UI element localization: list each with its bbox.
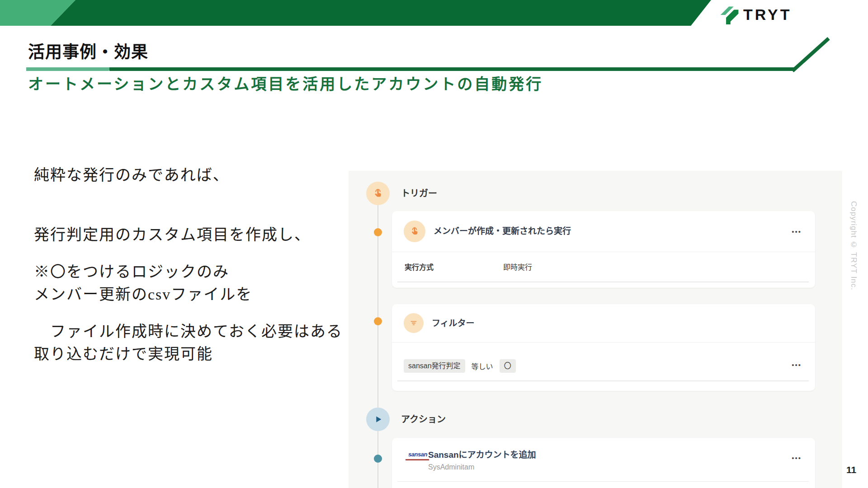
- automation-workflow-panel: トリガー メンバーが作成・更新されたら実行 ••• 実行方式 即時実行: [349, 171, 842, 488]
- card-inner-rule: [397, 282, 809, 282]
- tryt-logo-text: TRYT: [743, 7, 792, 22]
- note-line: ※〇をつけるロジックのみ: [34, 262, 343, 282]
- trigger-card-icon: [404, 221, 425, 242]
- page-number: 11: [846, 465, 856, 475]
- note-paragraph: ※〇をつけるロジックのみ ファイル作成時に決めておく必要はある: [34, 222, 343, 381]
- action-card-title: Sansanにアカウントを追加: [428, 450, 536, 460]
- timeline-dot-action: [374, 455, 382, 463]
- title-rule-dark: [109, 67, 795, 71]
- action-card: sansan Sansanにアカウントを追加 SysAdminitam •••: [392, 438, 815, 488]
- sansan-logo: sansan: [406, 451, 430, 460]
- sansan-logo-underline: [406, 459, 429, 460]
- trigger-node[interactable]: [366, 182, 390, 205]
- timeline-dot-trigger: [374, 228, 382, 236]
- filter-value-chip[interactable]: 〇: [500, 359, 516, 373]
- more-menu-icon[interactable]: •••: [792, 455, 802, 461]
- trigger-section-label: トリガー: [401, 187, 437, 200]
- body-line: 純粋な発行のみであれば、: [34, 165, 311, 185]
- play-icon: [373, 414, 383, 424]
- card-divider: [392, 342, 815, 343]
- filter-card: フィルター sansan発行判定 等しい 〇 •••: [392, 304, 815, 391]
- tryt-logo-icon: [720, 4, 740, 25]
- execution-method-label: 実行方式: [405, 263, 434, 272]
- card-inner-rule: [397, 380, 809, 381]
- action-section-label: アクション: [401, 413, 446, 426]
- filter-card-icon: [404, 313, 424, 333]
- top-banner-dark: [0, 0, 711, 26]
- sansan-logo-text: sansan: [406, 451, 430, 458]
- filter-operator: 等しい: [472, 361, 493, 371]
- page-title: 活用事例・効果: [28, 42, 148, 62]
- filter-icon: [409, 318, 419, 328]
- trigger-card-title: メンバーが作成・更新されたら実行: [434, 226, 571, 237]
- title-rule-light: [26, 67, 112, 71]
- more-menu-icon[interactable]: •••: [792, 362, 802, 368]
- execution-method-value: 即時実行: [503, 263, 532, 272]
- note-line: ファイル作成時に決めておく必要はある: [34, 322, 343, 342]
- action-node[interactable]: [366, 408, 390, 431]
- slide: TRYT 活用事例・効果 オートメーションとカスタム項目を活用したアカウントの自…: [0, 0, 868, 488]
- filter-condition-row: sansan発行判定 等しい 〇: [404, 359, 516, 373]
- filter-field-chip[interactable]: sansan発行判定: [404, 359, 465, 373]
- title-rule-swoosh: [789, 35, 832, 74]
- more-menu-icon[interactable]: •••: [792, 229, 802, 235]
- workflow-timeline: [377, 205, 378, 488]
- tap-icon: [409, 226, 420, 237]
- card-inner-rule: [397, 481, 809, 482]
- filter-card-title: フィルター: [432, 318, 475, 329]
- trigger-card: メンバーが作成・更新されたら実行 ••• 実行方式 即時実行: [392, 211, 815, 288]
- tryt-logo: TRYT: [720, 4, 792, 25]
- card-divider: [392, 252, 815, 252]
- tap-icon: [372, 188, 384, 199]
- timeline-dot-filter: [374, 317, 382, 325]
- copyright-text: Copyright © TRYT Inc.: [849, 201, 858, 291]
- slide-subtitle: オートメーションとカスタム項目を活用したアカウントの自動発行: [28, 75, 543, 94]
- action-card-subtitle: SysAdminitam: [428, 463, 474, 472]
